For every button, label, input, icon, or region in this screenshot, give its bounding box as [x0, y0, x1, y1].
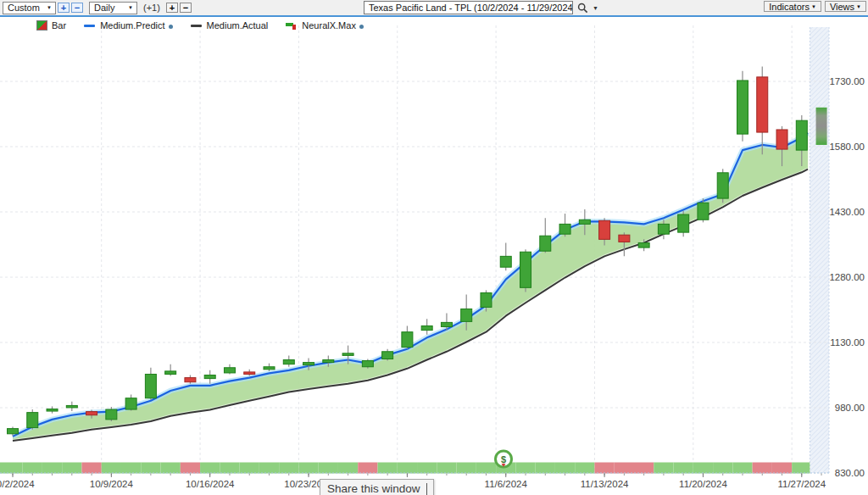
neuralx-signal-segment: [437, 463, 456, 474]
candle[interactable]: [619, 235, 630, 242]
neuralx-signal-segment: [457, 463, 476, 474]
neuralx-signal-segment: [575, 463, 594, 474]
candle[interactable]: [165, 371, 176, 375]
zoom-out-button[interactable]: −: [71, 3, 83, 13]
neuralx-signal-segment: [476, 463, 496, 474]
neuralx-signal-segment: [102, 463, 121, 474]
y-axis-label: 1730.00: [829, 76, 865, 86]
neuralx-signal-segment: [792, 463, 810, 474]
symbol-title-input[interactable]: Texas Pacific Land - TPL (10/2/2024 - 11…: [364, 1, 573, 14]
candle[interactable]: [8, 429, 19, 434]
candle[interactable]: [303, 363, 314, 365]
range-select[interactable]: Custom ▼: [3, 2, 56, 14]
legend-item-medium-predict[interactable]: Medium.Predict: [84, 20, 172, 31]
prediction-band: [13, 133, 808, 441]
candle[interactable]: [461, 309, 472, 321]
y-axis-label: 1580.00: [829, 142, 865, 152]
search-dropdown-icon[interactable]: ▼: [593, 5, 598, 11]
x-axis-label: 10/9/2024: [90, 479, 134, 489]
chevron-down-icon: ▼: [811, 4, 816, 9]
candle[interactable]: [776, 130, 787, 149]
candle[interactable]: [421, 325, 432, 330]
candle[interactable]: [441, 322, 452, 326]
neuralx-signal-segment: [515, 463, 535, 474]
y-axis-label: 830.00: [835, 468, 865, 478]
candle[interactable]: [658, 224, 669, 234]
candle[interactable]: [678, 214, 689, 232]
neuralx-signal-segment: [319, 463, 338, 474]
range-select-value: Custom: [8, 3, 40, 13]
neuralx-signal-segment: [772, 463, 792, 474]
candle[interactable]: [283, 360, 294, 364]
neuralx-signal-segment: [555, 463, 575, 474]
neuralx-signal-segment: [338, 463, 358, 474]
neuralx-signal-segment: [753, 463, 772, 474]
candle[interactable]: [481, 292, 492, 307]
price-chart-canvas[interactable]: 1730.001580.001430.001280.001130.00980.0…: [0, 17, 868, 495]
dividend-marker[interactable]: $: [496, 451, 512, 467]
candle[interactable]: [520, 252, 531, 287]
charting-app-window: Custom ▼ + − Daily ▼ (+1) + − Texas Paci…: [0, 0, 868, 495]
candle[interactable]: [362, 361, 373, 367]
y-axis-label: 1430.00: [829, 207, 865, 217]
neuralx-signal-segment: [693, 463, 713, 474]
period-select[interactable]: Daily ▼: [89, 2, 137, 14]
candle[interactable]: [86, 412, 97, 415]
neuralx-signal-segment: [23, 463, 42, 474]
candle[interactable]: [757, 77, 768, 132]
candle[interactable]: [47, 409, 58, 412]
legend-item-neuralx-max[interactable]: NeuralX.Max: [286, 20, 364, 31]
add-bar-button[interactable]: +: [166, 3, 178, 13]
x-axis-label: 10/16/2024: [186, 479, 235, 489]
series-settings-dot-icon[interactable]: [359, 25, 364, 29]
candle[interactable]: [717, 173, 728, 198]
candle[interactable]: [402, 332, 413, 348]
candle[interactable]: [264, 367, 275, 370]
candle[interactable]: [27, 413, 38, 428]
legend-item-bar[interactable]: Bar: [37, 20, 66, 31]
candle[interactable]: [737, 81, 748, 134]
toolbar-divider: [0, 15, 868, 17]
zoom-in-button[interactable]: +: [58, 3, 70, 13]
neuralx-signal-segment: [141, 463, 160, 474]
candle[interactable]: [638, 242, 649, 248]
legend-item-medium-actual[interactable]: Medium.Actual: [191, 20, 269, 31]
candle[interactable]: [224, 368, 235, 373]
candle[interactable]: [559, 224, 570, 234]
symbol-title-group: Texas Pacific Land - TPL (10/2/2024 - 11…: [364, 1, 598, 14]
candle[interactable]: [599, 220, 610, 239]
remove-bar-button[interactable]: −: [180, 3, 192, 13]
neuralx-signal-segment: [398, 463, 417, 474]
indicators-button[interactable]: Indicators ▼: [764, 1, 821, 12]
candle[interactable]: [382, 352, 393, 359]
neuralx-icon: [286, 22, 297, 30]
candle[interactable]: [145, 374, 156, 398]
candle[interactable]: [323, 360, 334, 363]
neuralx-signal-segment: [713, 463, 732, 474]
candle[interactable]: [185, 378, 196, 382]
bar-series-icon: [37, 21, 47, 30]
neuralx-signal-segment: [42, 463, 62, 474]
candle[interactable]: [796, 120, 807, 150]
candle[interactable]: [106, 409, 117, 420]
chart-legend: Bar Medium.Predict Medium.Actual NeuralX…: [37, 20, 381, 31]
chevron-down-icon: ▼: [128, 5, 133, 10]
candle[interactable]: [540, 236, 551, 251]
candle[interactable]: [500, 256, 511, 267]
candle[interactable]: [125, 398, 136, 409]
next-bar-preview: [816, 108, 827, 145]
candle[interactable]: [204, 375, 215, 379]
candle[interactable]: [342, 353, 353, 356]
candle[interactable]: [244, 372, 255, 375]
candle[interactable]: [66, 405, 77, 408]
neuralx-signal-segment: [259, 463, 279, 474]
neuralx-signal-segment: [654, 463, 673, 474]
search-icon[interactable]: [577, 3, 588, 14]
x-axis-label: 11/20/2024: [679, 479, 727, 489]
neuralx-signal-segment: [121, 463, 141, 474]
views-button[interactable]: Views ▼: [825, 1, 866, 12]
series-settings-dot-icon[interactable]: [169, 25, 173, 29]
candle[interactable]: [698, 203, 709, 220]
neuralx-signal-segment: [615, 463, 634, 474]
candle[interactable]: [579, 220, 590, 224]
